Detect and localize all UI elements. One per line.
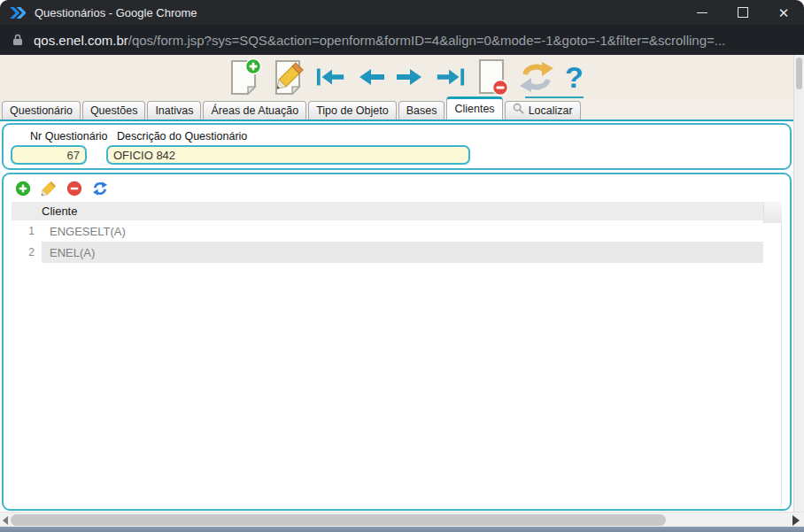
tab-questionario[interactable]: Questionário [2,101,81,120]
help-button[interactable]: ? [563,62,585,92]
lock-icon[interactable] [12,34,23,46]
tab-bases[interactable]: Bases [398,101,445,120]
tab-inativas[interactable]: Inativas [147,101,201,120]
row-number: 2 [12,246,42,258]
grid-actions [15,181,108,197]
maximize-icon [738,7,748,18]
horizontal-scrollbar[interactable] [0,512,804,527]
previous-record-button[interactable] [356,66,386,88]
delete-client-button[interactable] [66,181,82,197]
tab-areas-de-atuacao[interactable]: Áreas de Atuação [203,101,306,120]
close-icon: ✕ [778,6,790,19]
clients-table-main: Cliente 1 ENGESELT(A) 2 ENEL(A) [12,202,764,263]
client-cell: ENEL(A) [42,242,763,263]
app-window: Questionários - Google Chrome ✕ qos.enel… [0,0,804,532]
url-path: /qos/form.jsp?sys=SQS&action=openform&fo… [128,33,726,48]
close-button[interactable]: ✕ [763,0,804,25]
maximize-button[interactable] [723,0,763,25]
minimize-button[interactable] [682,0,723,25]
double-chevron-favicon-icon [9,6,26,19]
table-row[interactable]: 2 ENEL(A) [12,242,763,263]
scroll-right-arrow-icon[interactable] [792,515,800,526]
horizontal-scrollbar-thumb[interactable] [11,514,666,526]
descricao-field[interactable] [106,145,470,165]
descricao-label: Descrição do Questionário [117,130,247,143]
url-bar[interactable]: qos.enel.com.br/qos/form.jsp?sys=SQS&act… [0,25,804,55]
scroll-left-arrow-icon[interactable] [3,516,8,525]
refresh-button[interactable] [519,60,554,94]
add-client-button[interactable] [15,181,31,197]
row-number: 1 [12,225,42,237]
tab-tipo-de-objeto[interactable]: Tipo de Objeto [308,101,397,120]
tab-localizar[interactable]: Localizar [505,101,581,120]
last-record-button[interactable] [434,66,466,88]
nr-questionario-label: Nr Questionário [30,130,108,143]
new-record-button[interactable] [227,58,262,96]
tab-questoes[interactable]: Questões [82,101,146,120]
edit-client-button[interactable] [41,181,57,197]
delete-record-button[interactable] [475,58,510,96]
vertical-scrollbar[interactable] [793,55,804,512]
client-cell: ENGESELT(A) [42,220,763,242]
window-controls: ✕ [682,0,804,25]
tab-clientes[interactable]: Clientes [446,96,502,120]
table-row[interactable]: 1 ENGESELT(A) [12,220,763,242]
window-title: Questionários - Google Chrome [35,6,197,19]
table-scrollbar-corner [764,202,782,223]
next-record-button[interactable] [395,66,425,88]
tab-bar: Questionário Questões Inativas Áreas de … [0,99,804,121]
toolbar-underline [525,96,584,98]
first-record-button[interactable] [315,66,347,88]
vertical-scrollbar-thumb[interactable] [796,58,802,89]
nr-questionario-field[interactable] [11,145,87,165]
record-toolbar: ? [0,55,804,99]
url-domain: qos.enel.com.br [34,33,128,48]
titlebar: Questionários - Google Chrome ✕ [0,0,804,25]
edit-record-button[interactable] [271,58,306,96]
clients-table: Cliente 1 ENGESELT(A) 2 ENEL(A) [12,202,782,506]
magnifier-icon [513,103,524,120]
table-vertical-scrollbar[interactable] [763,223,782,506]
clients-grid-panel: Cliente 1 ENGESELT(A) 2 ENEL(A) [2,173,792,511]
window-bottom-edge [0,527,804,532]
column-header-cliente: Cliente [12,202,763,220]
questionnaire-form-panel: Nr Questionário Descrição do Questionári… [2,123,792,170]
refresh-grid-button[interactable] [92,181,108,197]
minimize-icon [697,12,707,13]
